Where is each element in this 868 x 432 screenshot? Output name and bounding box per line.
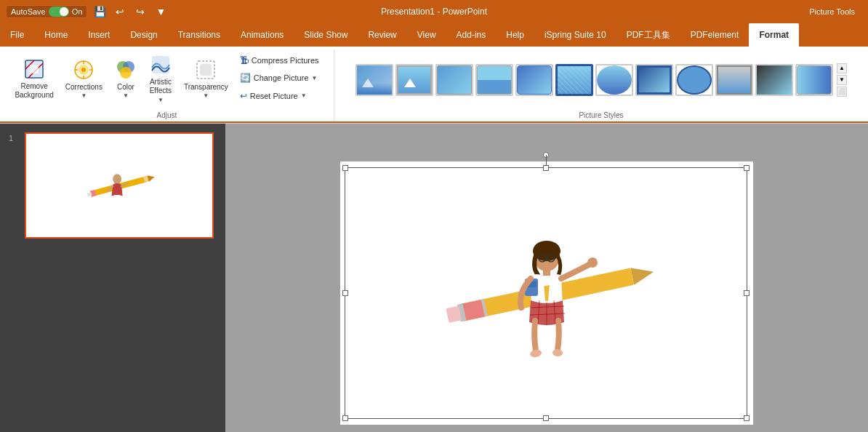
tab-view[interactable]: View [407, 23, 446, 47]
color-label: Color [117, 83, 134, 91]
svg-rect-34 [543, 268, 550, 276]
tab-home[interactable]: Home [34, 23, 78, 47]
picture-style-1[interactable] [355, 64, 393, 96]
undo-button[interactable]: ↩ [112, 4, 128, 20]
svg-rect-14 [200, 64, 212, 76]
svg-rect-1 [30, 65, 39, 73]
handle-br[interactable] [744, 415, 750, 421]
transparency-label: Transparency [184, 83, 228, 91]
tab-design[interactable]: Design [120, 23, 167, 47]
picture-style-7[interactable] [595, 64, 633, 96]
compress-pictures-label: Compress Pictures [252, 56, 319, 65]
styles-more[interactable]: ⬜ [837, 87, 847, 97]
autosave-label: AutoSave [11, 7, 46, 16]
slide-canvas[interactable] [340, 161, 753, 425]
tab-bar: File Home Insert Design Transitions Anim… [0, 23, 868, 47]
svg-point-44 [587, 257, 598, 268]
tab-ispring[interactable]: iSpring Suite 10 [534, 23, 616, 47]
handle-mr[interactable] [744, 290, 750, 296]
picture-style-2[interactable] [395, 64, 433, 96]
handle-tr[interactable] [744, 165, 750, 171]
small-buttons-column: 🗜 Compress Pictures 🔄 Change Picture ▼ ↩… [235, 49, 324, 107]
tab-file[interactable]: File [0, 23, 34, 47]
tab-format[interactable]: Format [749, 23, 799, 47]
reset-picture-label: Reset Picture [250, 92, 298, 100]
remove-background-button[interactable]: RemoveBackground [9, 49, 58, 107]
ribbon-content: RemoveBackground [0, 47, 868, 123]
window-title: Presentation1 - PowerPoint [381, 7, 487, 17]
picture-style-8[interactable] [635, 64, 673, 96]
customize-button[interactable]: ▼ [153, 4, 169, 20]
title-bar-right: Picture Tools [802, 6, 862, 17]
change-picture-label: Change Picture [254, 73, 309, 82]
toggle-circle [60, 7, 68, 16]
handle-bm[interactable] [543, 415, 549, 421]
picture-styles-label: Picture Styles [340, 110, 862, 121]
main-illustration [416, 199, 678, 388]
handle-tl[interactable] [342, 165, 348, 171]
tab-pdfelement[interactable]: PDFelement [680, 23, 750, 47]
save-button[interactable]: 💾 [92, 4, 108, 20]
corrections-icon [72, 58, 95, 81]
reset-picture-arrow: ▼ [301, 92, 307, 99]
canvas-area [225, 124, 868, 432]
styles-scroll-up[interactable]: ▲ [837, 63, 847, 73]
adjust-group-content: RemoveBackground [9, 49, 324, 110]
autosave-toggle[interactable] [49, 7, 69, 17]
title-bar-left: AutoSave On 💾 ↩ ↪ ▼ [6, 4, 169, 20]
redo-button[interactable]: ↪ [132, 4, 148, 20]
title-bar: AutoSave On 💾 ↩ ↪ ▼ Presentation1 - Powe… [0, 0, 868, 23]
rotate-line [546, 155, 547, 165]
picture-style-5[interactable] [515, 64, 553, 96]
corrections-label: Corrections [65, 83, 103, 91]
color-button[interactable]: Color ▼ [109, 49, 142, 107]
tab-addins[interactable]: Add-ins [446, 23, 497, 47]
reset-icon: ↩ [240, 91, 247, 101]
slide-thumb-1[interactable] [25, 132, 214, 239]
picture-style-6[interactable] [555, 64, 593, 96]
slide-thumb-svg [76, 160, 163, 211]
change-picture-arrow: ▼ [312, 75, 318, 81]
corrections-button[interactable]: Corrections ▼ [60, 49, 108, 107]
tab-pdf-tools[interactable]: PDF工具集 [616, 23, 680, 47]
autosave-state: On [72, 7, 83, 16]
styles-scroll-down[interactable]: ▼ [837, 75, 847, 85]
picture-style-4[interactable] [475, 64, 513, 96]
tab-transitions[interactable]: Transitions [168, 23, 230, 47]
tab-insert[interactable]: Insert [78, 23, 120, 47]
picture-styles-content: ▲ ▼ ⬜ [353, 49, 850, 110]
artistic-effects-label: ArtisticEffects [150, 78, 172, 95]
picture-content [409, 191, 685, 395]
main-area: 1 [0, 124, 868, 432]
handle-bl[interactable] [342, 415, 348, 421]
adjust-label: Adjust [6, 110, 328, 121]
svg-point-11 [120, 67, 132, 79]
svg-point-20 [113, 174, 121, 184]
picture-styles-group: ▲ ▼ ⬜ Picture Styles [334, 49, 868, 121]
picture-style-9[interactable] [675, 64, 713, 96]
tab-review[interactable]: Review [358, 23, 406, 47]
reset-picture-button[interactable]: ↩ Reset Picture ▼ [235, 89, 324, 103]
autosave-button[interactable]: AutoSave On [6, 5, 87, 18]
slide-item-1[interactable]: 1 [6, 129, 220, 241]
transparency-button[interactable]: Transparency ▼ [179, 49, 233, 107]
picture-style-11[interactable] [755, 64, 793, 96]
tab-animations[interactable]: Animations [230, 23, 294, 47]
picture-style-12[interactable] [795, 64, 833, 96]
tab-help[interactable]: Help [496, 23, 534, 47]
tab-slideshow[interactable]: Slide Show [294, 23, 358, 47]
svg-point-4 [81, 68, 86, 72]
handle-ml[interactable] [342, 290, 348, 296]
handle-tm[interactable] [543, 165, 549, 171]
remove-background-icon [23, 57, 46, 81]
change-picture-button[interactable]: 🔄 Change Picture ▼ [235, 71, 324, 85]
corrections-arrow: ▼ [81, 92, 87, 99]
artistic-effects-icon [149, 53, 172, 76]
compress-pictures-button[interactable]: 🗜 Compress Pictures [235, 53, 324, 68]
picture-style-3[interactable] [435, 64, 473, 96]
picture-tools-label: Picture Tools [802, 6, 862, 17]
picture-style-10[interactable] [715, 64, 753, 96]
change-picture-icon: 🔄 [240, 73, 251, 83]
artistic-effects-button[interactable]: ArtisticEffects ▼ [144, 49, 177, 107]
slide-panel: 1 [0, 124, 225, 432]
